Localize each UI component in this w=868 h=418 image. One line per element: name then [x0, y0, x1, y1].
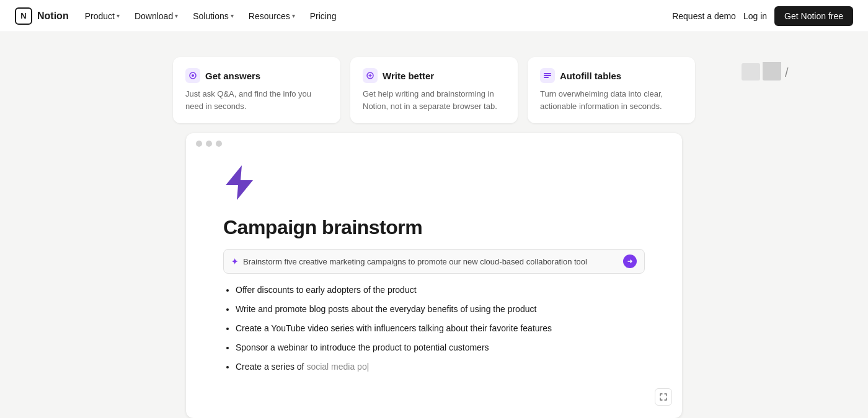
partial-image-decoration: / — [729, 62, 804, 82]
write-better-icon — [363, 68, 378, 83]
feature-card-get-answers-title: Get answers — [205, 71, 260, 81]
lightning-bolt-icon — [223, 164, 255, 206]
list-item: Write and promote blog posts about the e… — [236, 303, 552, 316]
nav-link-product[interactable]: Product ▾ — [79, 7, 126, 25]
window-dot-1 — [196, 141, 202, 147]
get-notion-free-button[interactable]: Get Notion free — [774, 6, 853, 26]
partial-text-start: Create a series of — [236, 362, 306, 372]
notion-logo-text: Notion — [37, 11, 69, 22]
demo-window: Campaign brainstorm ✦ Brainstorm five cr… — [186, 133, 682, 418]
svg-point-4 — [192, 74, 194, 77]
autofill-icon — [540, 68, 555, 83]
expand-icon — [659, 393, 668, 401]
ai-prompt-submit-button[interactable] — [623, 255, 637, 268]
list-item-partial: Create a series of social media po — [236, 360, 552, 373]
feature-card-autofill-header: Autofill tables — [540, 68, 683, 83]
feature-card-get-answers-header: Get answers — [185, 68, 328, 83]
demo-title: Campaign brainstorm — [223, 216, 422, 239]
nav-logo[interactable]: N Notion — [15, 7, 69, 25]
chevron-down-icon: ▾ — [175, 12, 178, 19]
list-item: Create a YouTube video series with influ… — [236, 322, 552, 335]
feature-card-write-better-header: Write better — [363, 68, 505, 83]
partial-text-highlight: social media po — [306, 362, 366, 372]
nav-link-resources-label: Resources — [249, 11, 290, 21]
bullet-list: Offer discounts to early adopters of the… — [223, 284, 552, 373]
nav-link-pricing-label: Pricing — [310, 11, 337, 21]
feature-card-write-better: Write better Get help writing and brains… — [350, 57, 518, 123]
ai-prompt-prefix: ✦ — [231, 257, 238, 266]
feature-card-write-better-title: Write better — [383, 71, 434, 81]
nav-link-product-label: Product — [85, 11, 115, 21]
chevron-down-icon: ▾ — [292, 12, 295, 19]
login-link[interactable]: Log in — [743, 11, 767, 21]
svg-rect-9 — [544, 75, 551, 76]
svg-rect-10 — [544, 77, 549, 78]
nav-right: Request a demo Log in Get Notion free — [672, 6, 853, 26]
feature-card-get-answers: Get answers Just ask Q&A, and find the i… — [173, 57, 340, 123]
arrow-right-icon — [627, 258, 633, 264]
list-item: Offer discounts to early adopters of the… — [236, 284, 552, 297]
feature-card-autofill: Autofill tables Turn overwhelming data i… — [528, 57, 695, 123]
text-cursor — [368, 363, 368, 372]
chevron-down-icon: ▾ — [231, 12, 234, 19]
feature-card-write-better-desc: Get help writing and brainstorming in No… — [363, 88, 505, 112]
feature-card-get-answers-desc: Just ask Q&A, and find the info you need… — [185, 88, 328, 112]
decorative-image-icon: / — [742, 62, 791, 82]
list-item: Sponsor a webinar to introduce the produ… — [236, 341, 552, 354]
nav-link-solutions[interactable]: Solutions ▾ — [187, 7, 240, 25]
svg-rect-0 — [742, 63, 760, 81]
svg-rect-8 — [544, 73, 551, 74]
svg-rect-1 — [763, 62, 781, 81]
nav-link-download-label: Download — [135, 11, 173, 21]
demo-content: Campaign brainstorm ✦ Brainstorm five cr… — [186, 152, 682, 386]
nav-link-resources[interactable]: Resources ▾ — [242, 7, 301, 25]
navbar: N Notion Product ▾ Download ▾ Solutions … — [0, 0, 868, 32]
main-content: / Get answers Just ask Q&A, and find the… — [0, 32, 868, 418]
nav-links: Product ▾ Download ▾ Solutions ▾ Resourc… — [79, 7, 673, 25]
demo-window-titlebar — [186, 133, 682, 152]
ai-prompt-text: Brainstorm five creative marketing campa… — [243, 257, 618, 266]
expand-button[interactable] — [655, 388, 672, 406]
ai-prompt-bar[interactable]: ✦ Brainstorm five creative marketing cam… — [223, 249, 645, 274]
notion-logo-icon: N — [15, 7, 32, 25]
nav-link-pricing[interactable]: Pricing — [304, 7, 343, 25]
chevron-down-icon: ▾ — [117, 12, 120, 19]
nav-link-download[interactable]: Download ▾ — [128, 7, 184, 25]
window-dot-3 — [216, 141, 222, 147]
feature-cards-row: Get answers Just ask Q&A, and find the i… — [167, 50, 701, 123]
demo-footer — [186, 388, 682, 406]
nav-link-solutions-label: Solutions — [193, 11, 229, 21]
window-dot-2 — [206, 141, 212, 147]
feature-card-autofill-title: Autofill tables — [560, 71, 621, 81]
request-demo-link[interactable]: Request a demo — [672, 11, 736, 21]
feature-card-autofill-desc: Turn overwhelming data into clear, actio… — [540, 88, 683, 112]
get-answers-icon — [185, 68, 200, 83]
svg-text:/: / — [785, 66, 789, 79]
